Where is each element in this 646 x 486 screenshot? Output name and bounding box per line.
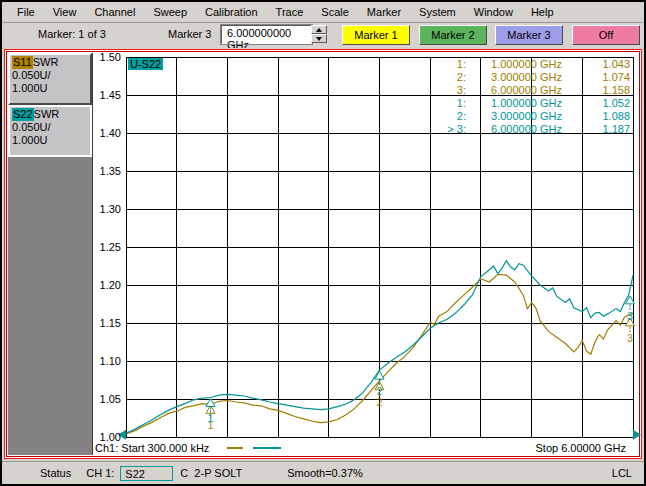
- down-arrow-icon: [316, 37, 322, 41]
- menu-scale[interactable]: Scale: [312, 4, 358, 20]
- marker-number: 1:: [430, 58, 466, 71]
- marker-readout-row-s11: 2:3.000000 GHz1.074: [430, 71, 630, 84]
- trace-id-chip: S11: [12, 56, 33, 69]
- stepper-up-button[interactable]: [311, 25, 327, 34]
- menu-marker[interactable]: Marker: [358, 4, 410, 20]
- menu-file[interactable]: File: [8, 4, 44, 20]
- marker-value: 1.052: [562, 97, 630, 110]
- menu-system[interactable]: System: [410, 4, 465, 20]
- y-tick-label: 1.45: [93, 89, 121, 101]
- marker-readout-row-s22: > 3:6.000000 GHz1.187: [430, 123, 630, 136]
- smoothing-status: Smooth=0.37%: [287, 467, 363, 479]
- marker-value: 1.043: [562, 58, 630, 71]
- status-bar: Status CH 1: S22 C 2-P SOLT Smooth=0.37%…: [2, 461, 644, 484]
- marker-frequency: 3.000000 GHz: [466, 71, 562, 84]
- trace-id-chip: S22: [12, 108, 34, 121]
- frequency-stepper: [311, 25, 327, 44]
- y-tick-label: 1.50: [93, 51, 121, 63]
- y-tick-label: 1.15: [93, 317, 121, 329]
- marker-number: 2:: [430, 71, 466, 84]
- status-label: Status: [40, 467, 71, 479]
- legend-dash-s11: [227, 447, 243, 449]
- marker-number: 2:: [430, 110, 466, 123]
- marker-frequency: 6.000000 GHz: [466, 84, 562, 97]
- calibration-status: C 2-P SOLT: [180, 467, 242, 479]
- marker-number: > 3:: [430, 123, 466, 136]
- start-frequency-label: Ch1: Start 300.000 kHz: [95, 442, 209, 454]
- menu-channel[interactable]: Channel: [85, 4, 144, 20]
- trace-status-s11[interactable]: S11SWR0.050U/1.000U: [8, 53, 92, 105]
- menu-help[interactable]: Help: [522, 4, 563, 20]
- trace-reference-value: 1.000U: [12, 134, 88, 147]
- marker-value: 1.088: [562, 110, 630, 123]
- marker-value: 1.187: [562, 123, 630, 136]
- trace-legend: [209, 446, 281, 449]
- legend-dash-s22: [253, 447, 281, 449]
- marker-value: 1.158: [562, 84, 630, 97]
- marker-1-button[interactable]: Marker 1: [342, 25, 410, 45]
- y-tick-label: 1.35: [93, 165, 121, 177]
- menu-calibration[interactable]: Calibration: [196, 4, 267, 20]
- marker-frequency: 1.000000 GHz: [466, 58, 562, 71]
- stepper-down-button[interactable]: [311, 34, 327, 43]
- marker-1-glyph-s22: [206, 398, 215, 406]
- menu-bar: FileViewChannelSweepCalibrationTraceScal…: [2, 2, 644, 23]
- marker-readout-row-s22: 1:1.000000 GHz1.052: [430, 97, 630, 110]
- marker-1-number: 1: [208, 413, 214, 424]
- marker-readout-row-s11: 3:6.000000 GHz1.158: [430, 84, 630, 97]
- trace-status-s22[interactable]: S22SWR0.050U/1.000U: [8, 105, 92, 157]
- app-window: FileViewChannelSweepCalibrationTraceScal…: [2, 2, 644, 484]
- y-tick-label: 1.25: [93, 241, 121, 253]
- active-measurement-field[interactable]: S22: [120, 466, 173, 481]
- marker-count-status: Marker: 1 of 3: [38, 28, 106, 40]
- marker-number: 1:: [430, 97, 466, 110]
- marker-3-number: 3: [627, 311, 633, 322]
- marker-2-number: 2: [377, 386, 383, 397]
- marker-readout-table: 1:1.000000 GHz1.0432:3.000000 GHz1.0743:…: [430, 58, 630, 136]
- off-button[interactable]: Off: [572, 25, 640, 45]
- menu-window[interactable]: Window: [465, 4, 522, 20]
- up-arrow-icon: [316, 28, 322, 32]
- marker-frequency: 1.000000 GHz: [466, 97, 562, 110]
- marker-2-button[interactable]: Marker 2: [419, 25, 487, 45]
- marker-frequency: 3.000000 GHz: [466, 110, 562, 123]
- channel-window-area: S11SWR0.050U/1.000US22SWR0.050U/1.000U 1…: [2, 48, 644, 462]
- trace-scale-value: 0.050U/: [12, 69, 88, 82]
- sweep-stop-indicator: [633, 430, 641, 440]
- marker-toolbar: Marker: 1 of 3 Marker 3 6.000000000 GHz …: [2, 23, 644, 50]
- marker-readout-row-s11: 1:1.000000 GHz1.043: [430, 58, 630, 71]
- sweep-range-row: Ch1: Start 300.000 kHz Stop 6.00000 GHz: [95, 440, 626, 455]
- local-mode-indicator: LCL: [612, 467, 632, 479]
- y-tick-label: 1.05: [93, 393, 121, 405]
- active-trace-chip[interactable]: U-S22: [128, 58, 163, 70]
- y-tick-label: 1.30: [93, 203, 121, 215]
- marker-readout-row-s22: 2:3.000000 GHz1.088: [430, 110, 630, 123]
- trace-status-sidebar: S11SWR0.050U/1.000US22SWR0.050U/1.000U: [8, 53, 93, 455]
- marker-frequency: 6.000000 GHz: [466, 123, 562, 136]
- stop-frequency-label: Stop 6.00000 GHz: [535, 442, 626, 454]
- y-tick-label: 1.10: [93, 355, 121, 367]
- channel-label: CH 1:: [86, 467, 114, 479]
- y-tick-label: 1.20: [93, 279, 121, 291]
- marker3-frequency-input[interactable]: 6.000000000 GHz: [221, 25, 312, 44]
- marker-3-number: 3: [627, 333, 633, 344]
- y-tick-label: 1.40: [93, 127, 121, 139]
- marker-3-button[interactable]: Marker 3: [495, 25, 563, 45]
- menu-view[interactable]: View: [44, 4, 86, 20]
- marker3-field-label: Marker 3: [168, 28, 211, 40]
- marker-number: 3:: [430, 84, 466, 97]
- trace-format-label: SWR: [34, 108, 60, 120]
- plot-area: 112233 U-S22 1.501.451.401.351.301.251.2…: [93, 53, 638, 455]
- trace-format-label: SWR: [33, 56, 59, 68]
- menu-trace[interactable]: Trace: [267, 4, 313, 20]
- marker-value: 1.074: [562, 71, 630, 84]
- marker-2-number: 2: [377, 397, 383, 408]
- menu-sweep[interactable]: Sweep: [144, 4, 196, 20]
- active-window-red-frame: S11SWR0.050U/1.000US22SWR0.050U/1.000U 1…: [4, 49, 642, 459]
- trace-reference-value: 1.000U: [12, 82, 88, 95]
- trace-scale-value: 0.050U/: [12, 121, 88, 134]
